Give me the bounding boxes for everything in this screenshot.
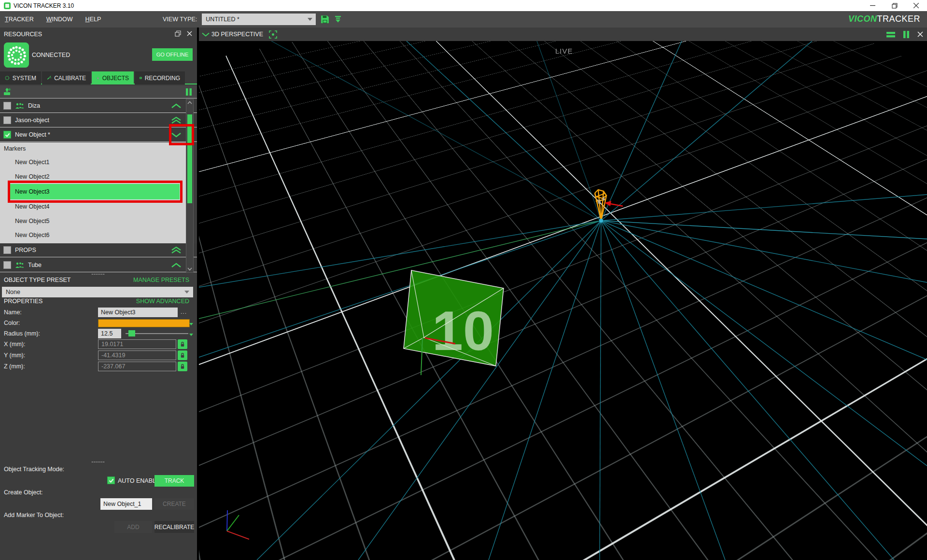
close-panel-icon[interactable] [187, 31, 192, 36]
scroll-up-icon[interactable] [187, 101, 192, 104]
viewport-header: 3D PERSPECTIVE [199, 28, 927, 41]
checkbox-jason[interactable] [3, 116, 11, 124]
radius-expand-chevron-icon[interactable] [189, 334, 193, 336]
y-lock-button[interactable] [178, 350, 187, 360]
tab-calibrate-label: CALIBRATE [54, 75, 86, 82]
lock-icon [180, 364, 185, 369]
scene-overlay: 10 [199, 41, 927, 560]
go-offline-button[interactable]: GO OFFLINE [152, 48, 193, 61]
color-expand-chevron-icon[interactable] [189, 323, 193, 325]
tab-recording[interactable]: RECORDING [135, 71, 185, 84]
tab-system[interactable]: SYSTEM [0, 71, 41, 84]
logo-vicon: VICON [848, 14, 877, 24]
tab-system-label: SYSTEM [13, 75, 36, 82]
object-row-tube[interactable]: Tube [0, 258, 197, 272]
more-options-button[interactable]: ... [181, 308, 187, 315]
track-button[interactable]: TRACK [154, 475, 194, 487]
viewport-chevron-down-icon[interactable] [202, 32, 210, 37]
add-button[interactable]: ADD [114, 521, 152, 533]
lock-icon [180, 341, 185, 347]
group-icon [15, 262, 24, 268]
auto-enable-checkbox[interactable] [107, 476, 115, 484]
collapse-chevron-tube[interactable] [171, 263, 182, 268]
view-type-dropdown[interactable]: UNTITLED * [202, 14, 316, 25]
create-object-name-input[interactable] [100, 498, 152, 510]
tab-calibrate[interactable]: CALIBRATE [42, 71, 91, 84]
auto-enable-label: AUTO ENABLE [118, 477, 160, 484]
x-lock-button[interactable] [178, 339, 187, 349]
object-label-jason: Jason-object [15, 117, 49, 124]
save-view-icon[interactable] [321, 15, 329, 24]
viewport-pause-icon[interactable] [903, 31, 910, 38]
name-input[interactable] [98, 308, 178, 317]
scroll-down-icon[interactable] [187, 267, 192, 271]
splitter-handle[interactable] [92, 274, 104, 275]
collapse-chevron-diza[interactable] [171, 103, 182, 109]
close-button[interactable] [905, 0, 927, 11]
annotation-rect-selected-marker [8, 181, 183, 203]
z-lock-button[interactable] [178, 362, 187, 371]
y-input [98, 350, 176, 360]
calibrate-wand-icon [47, 74, 51, 82]
vicon-tracker-logo: VICONTRACKER [848, 14, 920, 24]
radius-input[interactable] [98, 329, 121, 338]
checkbox-props[interactable] [3, 246, 11, 254]
checkbox-tube[interactable] [3, 261, 11, 269]
show-advanced-link[interactable]: SHOW ADVANCED [136, 298, 189, 305]
collapse-double-chevron-jason[interactable] [171, 117, 182, 124]
tab-objects[interactable]: OBJECTS [92, 71, 134, 84]
object-label-diza: Diza [28, 102, 40, 109]
object-label-props: PROPS [15, 247, 36, 253]
object-row-new-object[interactable]: New Object * [0, 128, 197, 142]
viewport-menu-icon[interactable] [886, 31, 895, 38]
object-row-props[interactable]: PROPS [0, 243, 197, 257]
object-list-toolbar [0, 85, 197, 98]
minimize-button[interactable] [862, 0, 884, 11]
filter-view-icon[interactable] [334, 15, 342, 23]
radius-label: Radius (mm): [4, 330, 40, 337]
color-swatch[interactable] [98, 319, 190, 327]
preset-value: None [6, 289, 20, 295]
marker-item-5[interactable]: New Object5 [0, 214, 188, 228]
axis-gizmo [227, 510, 249, 539]
recording-camera-icon [140, 75, 142, 81]
import-object-icon[interactable] [3, 88, 12, 96]
collapse-double-chevron-props[interactable] [171, 247, 182, 253]
manage-presets-link[interactable]: MANAGE PRESETS [133, 277, 189, 283]
recalibrate-button[interactable]: RECALIBRATE [154, 521, 194, 533]
create-button[interactable]: CREATE [154, 498, 194, 510]
connection-status-text: CONNECTED [32, 52, 70, 58]
checkbox-new-object[interactable] [3, 131, 11, 139]
group-icon [15, 103, 24, 109]
viewport-3d: 3D PERSPECTIVE LIVE [199, 28, 927, 560]
menu-tracker[interactable]: TRACKER [5, 16, 34, 23]
restore-button[interactable] [884, 0, 905, 11]
viewport-title: 3D PERSPECTIVE [211, 31, 263, 38]
connection-status-icon [4, 42, 29, 68]
logo-tracker: TRACKER [877, 14, 920, 24]
float-panel-icon[interactable] [175, 30, 181, 37]
marker-item-1[interactable]: New Object1 [0, 155, 188, 169]
pause-list-icon[interactable] [185, 88, 192, 96]
object-row-diza[interactable]: Diza [0, 99, 197, 113]
z-label: Z (mm): [4, 363, 25, 370]
marker-point [599, 219, 603, 223]
object-row-jason[interactable]: Jason-object [0, 113, 197, 127]
preset-dropdown[interactable]: None [2, 287, 193, 297]
tab-recording-label: RECORDING [145, 75, 180, 82]
checkbox-diza[interactable] [3, 102, 11, 110]
markers-header: Markers [4, 145, 26, 152]
zoom-to-fit-icon[interactable] [269, 30, 277, 39]
menu-help[interactable]: HELP [85, 16, 101, 23]
chevron-down-icon [308, 18, 312, 21]
viewport-close-icon[interactable] [917, 31, 923, 37]
chevron-down-icon [184, 291, 189, 294]
scene-3d[interactable]: LIVE [199, 41, 927, 560]
camera-view-plane: 10 [404, 270, 504, 375]
splitter-handle[interactable] [92, 462, 104, 462]
marker-item-6[interactable]: New Object6 [0, 228, 188, 242]
radius-slider-handle[interactable] [128, 330, 135, 336]
menu-window[interactable]: WINDOW [46, 16, 73, 23]
x-label: X (mm): [4, 341, 25, 348]
resources-title: RESOURCES [4, 31, 42, 38]
